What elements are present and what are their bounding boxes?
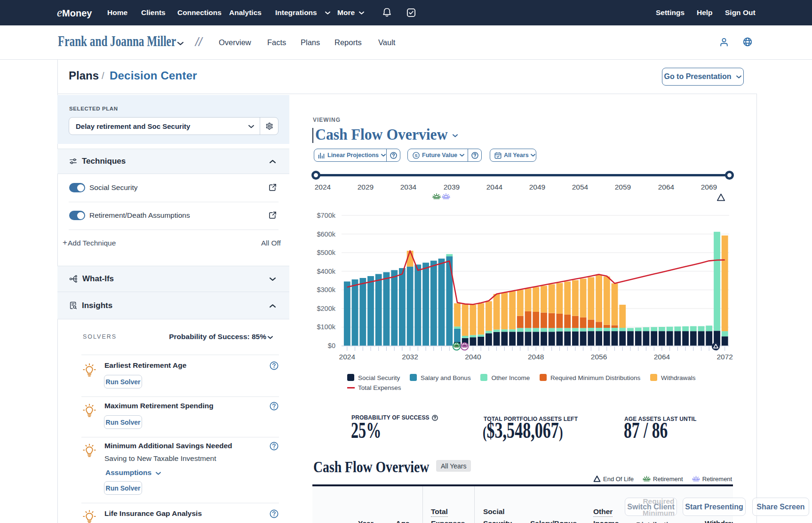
svg-text:2048: 2048 <box>528 353 544 361</box>
svg-text:2056: 2056 <box>591 353 607 361</box>
svg-text:$700k: $700k <box>317 212 335 219</box>
svg-text:2024: 2024 <box>339 353 356 361</box>
svg-text:$500k: $500k <box>317 249 335 256</box>
svg-text:$0: $0 <box>328 342 335 349</box>
svg-text:2040: 2040 <box>465 353 481 361</box>
svg-text:2032: 2032 <box>402 353 418 361</box>
svg-text:2064: 2064 <box>654 353 670 361</box>
svg-text:$200k: $200k <box>317 305 335 312</box>
svg-text:$400k: $400k <box>317 268 335 275</box>
svg-text:$300k: $300k <box>317 286 335 293</box>
svg-text:2072: 2072 <box>716 353 732 361</box>
svg-text:$100k: $100k <box>317 323 335 331</box>
svg-text:S: S <box>414 152 417 158</box>
svg-text:$600k: $600k <box>317 230 335 238</box>
